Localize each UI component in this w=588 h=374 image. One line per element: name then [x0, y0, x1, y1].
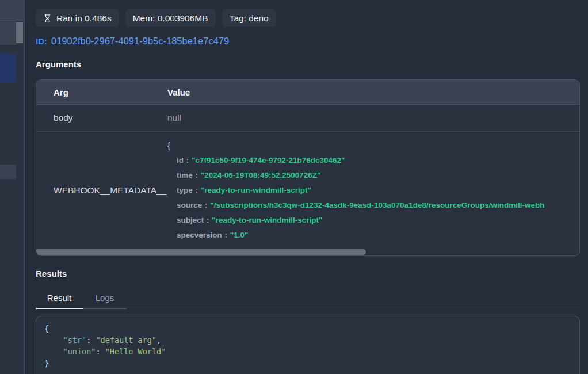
sidebar-vertical-scrollbar-thumb[interactable]	[16, 22, 23, 43]
column-header-arg: Arg	[36, 87, 167, 97]
results-tabs: Result Logs	[36, 288, 580, 308]
json-entry-time: time : "2024-06-19T08:49:52.2500726Z"	[177, 168, 579, 183]
json-key: specversion	[177, 231, 222, 239]
indent	[44, 347, 63, 356]
indent	[44, 335, 63, 345]
run-duration-badge: Ran in 0.486s	[36, 9, 119, 27]
sidebar-lower-block[interactable]	[0, 165, 16, 179]
result-colon: :	[86, 335, 96, 345]
json-value: "c7f91c50-9f19-474e-9792-21b76dc30462"	[192, 156, 345, 165]
tag-label: Tag: deno	[230, 13, 269, 24]
json-entries: id : "c7f91c50-9f19-474e-9792-21b76dc304…	[167, 153, 579, 243]
arg-name-webhook-metadata: WEBHOOK__METADATA__	[36, 138, 167, 243]
table-horizontal-scrollbar[interactable]	[36, 249, 579, 255]
json-colon: :	[186, 156, 190, 165]
json-open-brace: {	[167, 138, 579, 153]
column-header-value: Value	[167, 87, 579, 97]
result-colon: :	[96, 347, 105, 356]
table-row-webhook-metadata: WEBHOOK__METADATA__ { id : "c7f91c50-9f1…	[36, 132, 579, 248]
arg-name-body: body	[36, 113, 167, 123]
hourglass-icon	[43, 14, 52, 23]
json-entry-type: type : "ready-to-run-windmill-script"	[177, 183, 579, 198]
sidebar-selected-node[interactable]	[0, 54, 16, 82]
arguments-table: Arg Value body null WEBHOOK__METADATA__ …	[36, 79, 580, 256]
memory-badge: Mem: 0.003906MB	[125, 9, 216, 27]
json-colon: :	[224, 231, 228, 239]
json-object-viewer: { id : "c7f91c50-9f19-474e-9792-21b76dc3…	[167, 138, 579, 243]
json-value: "2024-06-19T08:49:52.2500726Z"	[201, 171, 321, 180]
sidebar-strip	[0, 0, 24, 374]
sidebar-header-block	[0, 0, 24, 21]
json-colon: :	[195, 186, 199, 194]
result-line-union: "union": "Hello World"	[44, 346, 571, 357]
json-colon: :	[195, 171, 199, 180]
result-comma: ,	[156, 335, 161, 345]
job-id-line: ID: 01902fb0-2967-4091-9b5c-185be1e7c479	[36, 36, 580, 47]
arg-value-null: null	[167, 113, 579, 123]
run-duration-label: Ran in 0.486s	[56, 13, 112, 24]
json-key: type	[177, 186, 193, 194]
json-entry-subject: subject : "ready-to-run-windmill-script"	[177, 213, 579, 228]
tab-logs[interactable]: Logs	[83, 288, 127, 309]
memory-label: Mem: 0.003906MB	[133, 13, 208, 24]
json-value: "ready-to-run-windmill-script"	[201, 186, 311, 194]
json-key: time	[177, 171, 193, 180]
tab-result[interactable]: Result	[36, 288, 83, 309]
arguments-heading: Arguments	[36, 59, 580, 69]
run-stat-badges: Ran in 0.486s Mem: 0.003906MB Tag: deno	[36, 9, 580, 27]
json-key: subject	[177, 216, 204, 224]
json-entry-source: source : "/subscriptions/h3c3qw-d1232-4a…	[177, 198, 579, 213]
job-id-value[interactable]: 01902fb0-2967-4091-9b5c-185be1e7c479	[51, 36, 229, 47]
run-detail-panel: Ran in 0.486s Mem: 0.003906MB Tag: deno …	[25, 0, 588, 374]
json-key: id	[177, 156, 184, 165]
json-entry-specversion: specversion : "1.0"	[177, 228, 579, 243]
json-colon: :	[206, 216, 210, 224]
json-entry-id: id : "c7f91c50-9f19-474e-9792-21b76dc304…	[177, 153, 579, 168]
json-colon: :	[204, 201, 208, 209]
result-open-brace: {	[44, 323, 571, 334]
json-value: "1.0"	[230, 231, 249, 239]
table-row-body: body null	[36, 105, 579, 132]
arguments-table-header: Arg Value	[36, 80, 579, 105]
tag-badge: Tag: deno	[222, 9, 276, 27]
result-json-output: { "str": "default arg", "union": "Hello …	[36, 316, 580, 374]
results-heading: Results	[36, 269, 580, 278]
result-value: "default arg"	[96, 335, 156, 345]
json-key: source	[177, 201, 202, 209]
result-key: "str"	[63, 335, 87, 345]
result-close-brace: }	[44, 357, 571, 369]
result-line-str: "str": "default arg",	[44, 334, 571, 346]
table-horizontal-scrollbar-thumb[interactable]	[36, 249, 366, 255]
result-key: "union"	[63, 347, 96, 356]
result-value: "Hello World"	[105, 347, 166, 356]
json-value: "/subscriptions/h3c3qw-d1232-4asdk-9easd…	[210, 201, 544, 209]
sidebar-item-block[interactable]	[0, 22, 16, 45]
job-id-label: ID:	[36, 36, 47, 46]
json-value: "ready-to-run-windmill-script"	[212, 216, 322, 224]
